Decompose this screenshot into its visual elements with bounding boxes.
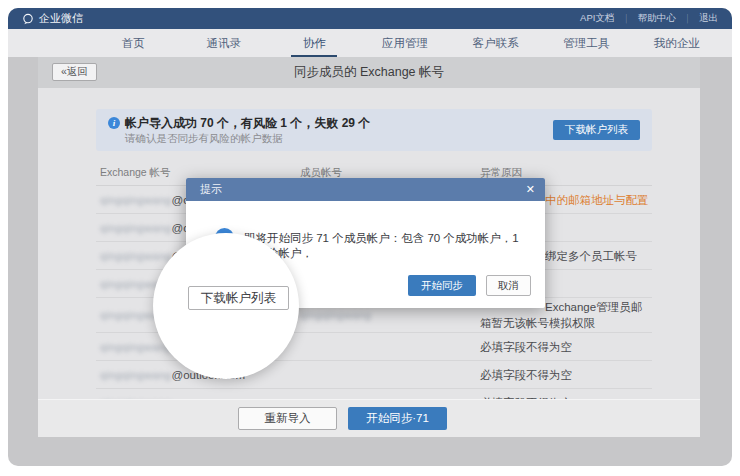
masked-username: qingqingwang: [100, 222, 172, 234]
dialog-title: 提示: [200, 182, 222, 197]
tab-my-company[interactable]: 我的企业: [631, 29, 722, 57]
import-result-headline: 帐户导入成功 70 个，有风险 1 个，失败 29 个: [125, 115, 370, 132]
masked-member-name: qingqingwang: [300, 309, 372, 321]
topbar-separator: ｜: [621, 12, 630, 25]
close-icon[interactable]: ✕: [526, 182, 535, 196]
screenshot-stage: 企业微信 API文档 ｜ 帮助中心 ｜ 退出 首页 通讯录 协作 应用管理 客户…: [0, 0, 740, 476]
table-row: qingqingwang@outlook.com 必填字段不得为空: [96, 361, 652, 389]
topbar: 企业微信 API文档 ｜ 帮助中心 ｜ 退出: [8, 8, 732, 29]
wechat-work-logo-icon: [22, 13, 34, 25]
download-account-list-button[interactable]: 下载帐户列表: [553, 120, 640, 140]
api-doc-link[interactable]: API文档: [580, 12, 614, 25]
masked-username: qingqingwang: [100, 194, 172, 206]
logout-link[interactable]: 退出: [699, 12, 718, 25]
dialog-message: 即将开始同步 71 个成员帐户：包含 70 个成功帐户，1 个风险帐户，: [244, 231, 524, 261]
import-result-subline: 请确认是否同步有风险的帐户数据: [125, 132, 283, 146]
main-nav: 首页 通讯录 协作 应用管理 客户联系 管理工具 我的企业: [8, 29, 732, 57]
masked-username: qingqingwang: [100, 341, 172, 353]
error-reason-cell: 必填字段不得为空: [480, 339, 652, 355]
page-title: 同步成员的 Exchange 帐号: [294, 64, 444, 81]
info-icon: i: [108, 117, 120, 129]
masked-username: qingqingwang: [100, 250, 172, 262]
app-window: 企业微信 API文档 ｜ 帮助中心 ｜ 退出 首页 通讯录 协作 应用管理 客户…: [8, 8, 732, 466]
masked-username: qingqingwang: [100, 369, 172, 381]
tab-customer-contact[interactable]: 客户联系: [450, 29, 541, 57]
topbar-links: API文档 ｜ 帮助中心 ｜ 退出: [580, 12, 718, 25]
dialog-cancel-button[interactable]: 取消: [486, 275, 531, 296]
tab-contacts[interactable]: 通讯录: [179, 29, 270, 57]
error-reason: 必填字段不得为空: [480, 369, 572, 381]
member-account-cell: qingqingwang: [300, 309, 480, 321]
error-reason-cell: 必填字段不得为空: [480, 367, 652, 383]
help-center-link[interactable]: 帮助中心: [638, 12, 676, 25]
brand-label: 企业微信: [39, 11, 83, 26]
import-result-banner: i 帐户导入成功 70 个，有风险 1 个，失败 29 个 请确认是否同步有风险…: [96, 109, 652, 151]
tab-collaboration[interactable]: 协作: [269, 29, 360, 57]
topbar-separator: ｜: [683, 12, 692, 25]
tab-app-management[interactable]: 应用管理: [360, 29, 451, 57]
reimport-button[interactable]: 重新导入: [238, 407, 337, 430]
panel-header: «返回 同步成员的 Exchange 帐号: [38, 57, 700, 88]
error-reason: 必填字段不得为空: [480, 341, 572, 353]
tab-home[interactable]: 首页: [88, 29, 179, 57]
spotlight-download-account-list-button[interactable]: 下载帐户列表: [188, 286, 289, 310]
tab-admin-tools[interactable]: 管理工具: [541, 29, 632, 57]
start-sync-button[interactable]: 开始同步·71: [348, 407, 447, 430]
brand: 企业微信: [22, 11, 83, 26]
dialog-header: 提示 ✕: [186, 178, 545, 201]
back-button[interactable]: «返回: [52, 63, 97, 81]
page-footer: 重新导入 开始同步·71: [38, 399, 700, 437]
dialog-confirm-button[interactable]: 开始同步: [408, 275, 476, 296]
